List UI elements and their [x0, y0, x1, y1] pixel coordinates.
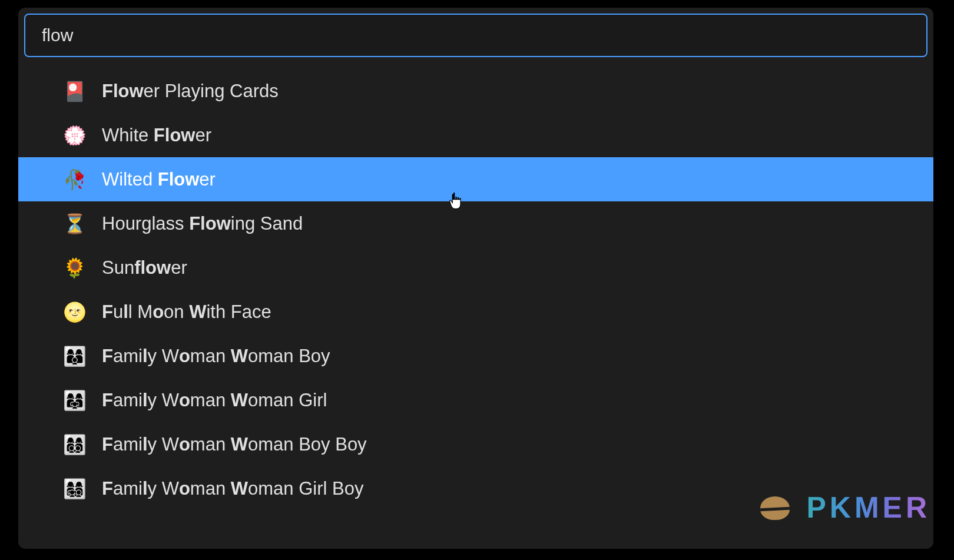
result-label: Hourglass Flowing Sand	[102, 213, 303, 234]
result-item[interactable]: 🥀Wilted Flower	[18, 157, 933, 201]
result-label: Family Woman Woman Girl	[102, 390, 327, 411]
search-input[interactable]	[24, 14, 928, 57]
watermark: PKMER	[754, 491, 930, 525]
result-item[interactable]: 🌻Sunflower	[18, 246, 933, 290]
watermark-text: PKMER	[806, 491, 930, 525]
results-list[interactable]: 🎴Flower Playing Cards💮White Flower🥀Wilte…	[18, 69, 933, 549]
emoji-icon: 🎴	[63, 81, 84, 102]
result-label: Sunflower	[102, 257, 187, 279]
emoji-icon: 🌝	[63, 301, 84, 323]
emoji-icon: 💮	[63, 125, 84, 146]
emoji-icon: ⏳	[63, 213, 84, 234]
search-row	[18, 14, 933, 57]
result-label: Wilted Flower	[102, 169, 216, 190]
emoji-icon: 🌻	[63, 257, 84, 279]
result-item[interactable]: 🌝Full Moon With Face	[18, 290, 933, 334]
result-item[interactable]: 🎴Flower Playing Cards	[18, 69, 933, 113]
emoji-icon: 👩‍👩‍👦‍👦	[63, 434, 84, 455]
result-label: Family Woman Woman Girl Boy	[102, 478, 363, 499]
result-item[interactable]: ⏳Hourglass Flowing Sand	[18, 201, 933, 246]
emoji-icon: 👩‍👩‍👦	[63, 346, 84, 367]
result-label: Flower Playing Cards	[102, 81, 279, 102]
result-label: Family Woman Woman Boy Boy	[102, 434, 367, 455]
emoji-icon: 👩‍👩‍👧‍👦	[63, 478, 84, 499]
result-item[interactable]: 👩‍👩‍👦Family Woman Woman Boy	[18, 334, 933, 378]
emoji-icon: 👩‍👩‍👧	[63, 390, 84, 411]
result-item[interactable]: 👩‍👩‍👧Family Woman Woman Girl	[18, 378, 933, 422]
result-label: Full Moon With Face	[102, 301, 271, 323]
result-label: White Flower	[102, 125, 211, 146]
emoji-picker-modal: 🎴Flower Playing Cards💮White Flower🥀Wilte…	[18, 8, 933, 549]
result-item[interactable]: 💮White Flower	[18, 113, 933, 157]
emoji-icon: 🥀	[63, 169, 84, 190]
watermark-logo-icon	[754, 492, 796, 524]
result-item[interactable]: 👩‍👩‍👦‍👦Family Woman Woman Boy Boy	[18, 422, 933, 466]
result-label: Family Woman Woman Boy	[102, 346, 330, 367]
